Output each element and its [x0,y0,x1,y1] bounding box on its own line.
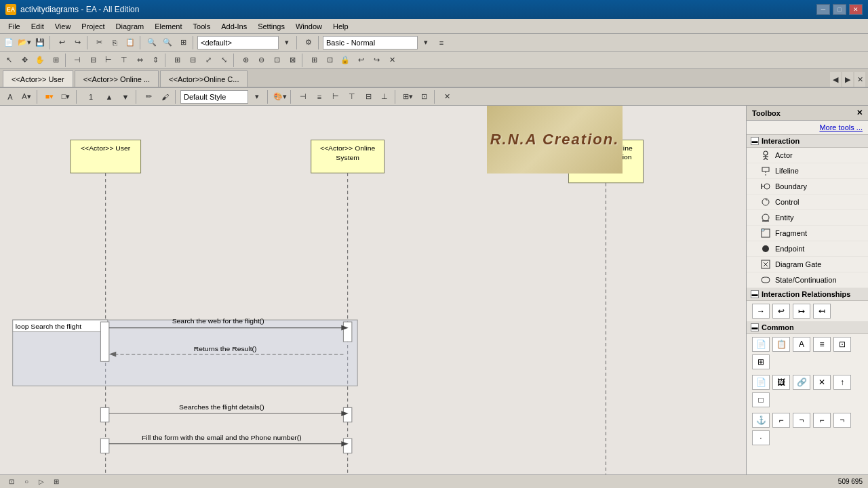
tb-style-settings[interactable]: ≡ [434,35,449,50]
menu-element[interactable]: Element [149,21,187,32]
menu-edit[interactable]: Edit [26,21,50,32]
toolbox-item-endpoint[interactable]: Endpoint [747,241,868,257]
tb-dist-h[interactable]: ⇔ [132,53,147,68]
tb-align-top[interactable]: ⊤ [117,53,132,68]
fmt-clear[interactable]: ✕ [439,89,454,104]
status-icon3[interactable]: ▷ [35,476,47,488]
fmt-align-bot[interactable]: ⊥ [377,89,392,104]
canvas[interactable]: R.N.A Creation. <<Actor>> User <<Actor>>… [0,106,746,488]
common-constraint[interactable]: ⊞ [752,354,770,369]
rel-create[interactable]: ↦ [793,304,810,319]
tb-redo2[interactable]: ↪ [369,53,384,68]
fmt-more[interactable]: ⊡ [416,89,431,104]
perspective-dropdown[interactable]: <default> [197,36,279,49]
menu-help[interactable]: Help [328,21,354,32]
tb-undo2[interactable]: ↩ [353,53,368,68]
tb-zoom-fit[interactable]: ⊞ [176,35,191,50]
tb-lock[interactable]: 🔒 [338,53,353,68]
maximize-button[interactable]: □ [833,4,846,15]
tb-zoom-in2[interactable]: ⊕ [238,53,253,68]
common-note[interactable]: 📄 [752,337,770,352]
fmt-line-color[interactable]: □▾ [58,89,73,104]
menu-diagram[interactable]: Diagram [111,21,150,32]
rel-return[interactable]: ↩ [772,304,790,319]
menu-window[interactable]: Window [290,21,328,32]
minimize-button[interactable]: ─ [816,4,830,15]
common-bend3[interactable]: ⌐ [813,413,831,428]
status-icon2[interactable]: ○ [20,476,33,488]
tb-align-center[interactable]: ⊟ [85,53,100,68]
tb-expand[interactable]: ⤢ [201,53,216,68]
tb-new[interactable]: 📄 [1,35,16,50]
tb-grid[interactable]: ⊡ [322,53,337,68]
fmt-color-btn[interactable]: 🎨▾ [273,89,288,104]
tab-scroll-right[interactable]: ▶ [842,72,853,87]
tb-select[interactable]: ↖ [1,53,16,68]
menu-settings[interactable]: Settings [252,21,290,32]
toolbox-item-state[interactable]: State/Continuation [747,272,868,288]
common-note3[interactable]: 📄 [752,375,770,390]
fmt-font-color[interactable]: A [3,89,18,104]
toolbox-item-fragment[interactable]: Fragment [747,226,868,241]
fmt-align-top[interactable]: ⊤ [344,89,359,104]
common-anchor[interactable]: ⚓ [752,413,770,428]
tb-zoom-sel[interactable]: ⊠ [285,53,300,68]
tab-scroll-left[interactable]: ◀ [830,72,841,87]
toolbox-item-control[interactable]: Control [747,195,868,210]
tb-copy[interactable]: ⎘ [107,35,122,50]
tb-cut[interactable]: ✂ [92,35,106,50]
fmt-align-right[interactable]: ⊢ [328,89,343,104]
fmt-size-down[interactable]: ▼ [118,89,133,104]
status-icon1[interactable]: ⊡ [5,476,18,488]
toolbox-item-actor[interactable]: Actor [747,148,868,163]
tb-zoom-out2[interactable]: ⊖ [254,53,269,68]
style-dropdown[interactable]: Basic - Normal [323,36,418,49]
tab-actor-user[interactable]: <<Actor>> User [3,70,73,87]
tb-paste[interactable]: 📋 [123,35,138,50]
tab-actor-online-card[interactable]: <<Actor>>Online C... [160,70,248,87]
menu-file[interactable]: File [3,21,26,32]
tb-run[interactable]: ⚙ [301,35,316,50]
tb-collapse[interactable]: ⤡ [216,53,231,68]
status-icon4[interactable]: ⊞ [50,476,62,488]
common-up[interactable]: ↑ [833,375,851,390]
tb-save[interactable]: 💾 [33,35,47,50]
menu-addins[interactable]: Add-Ins [216,21,252,32]
common-img[interactable]: 🖼 [772,375,790,390]
toolbox-close-button[interactable]: ✕ [856,108,863,117]
tb-open-dropdown[interactable]: 📂▾ [17,35,32,50]
fmt-style-dropdown[interactable]: Default Style [180,90,248,104]
toolbox-section-interaction[interactable]: ▬ Interaction [747,135,868,148]
fmt-pen[interactable]: ✏ [141,89,156,104]
common-bend4[interactable]: ¬ [833,413,851,428]
tb-group[interactable]: ⊞ [48,53,63,68]
toolbox-item-lifeline[interactable]: Lifeline [747,163,868,179]
tb-snap[interactable]: ⊞ [307,53,321,68]
fmt-style-arrow[interactable]: ▾ [250,89,264,104]
common-bend1[interactable]: ⌐ [772,413,790,428]
common-box[interactable]: □ [752,392,770,407]
common-link[interactable]: 🔗 [793,375,810,390]
tb-delete[interactable]: ✕ [384,53,399,68]
common-del[interactable]: ✕ [813,375,831,390]
common-bend2[interactable]: ¬ [793,413,810,428]
fmt-fill-color[interactable]: ■▾ [42,89,57,104]
fmt-brush[interactable]: 🖌 [157,89,172,104]
tb-style-arrow[interactable]: ▾ [418,35,433,50]
common-note2[interactable]: 📋 [772,337,790,352]
tb-align-right[interactable]: ⊢ [101,53,116,68]
menu-project[interactable]: Project [76,21,110,32]
fmt-align-mid[interactable]: ⊟ [361,89,376,104]
close-button[interactable]: ✕ [849,4,863,15]
tb-zoom-page[interactable]: ⊡ [269,53,284,68]
tb-layout2[interactable]: ⊟ [185,53,200,68]
fmt-text-style[interactable]: A▾ [19,89,34,104]
common-dot[interactable]: · [752,430,770,445]
tab-actor-online[interactable]: <<Actor>> Online ... [75,70,159,87]
fmt-size-up[interactable]: ▲ [102,89,117,104]
common-package[interactable]: ⊡ [833,337,851,352]
toolbox-more-tools[interactable]: More tools ... [819,123,863,131]
toolbox-item-boundary[interactable]: Boundary [747,179,868,195]
menu-tools[interactable]: Tools [188,21,216,32]
fmt-align-center[interactable]: ≡ [312,89,327,104]
